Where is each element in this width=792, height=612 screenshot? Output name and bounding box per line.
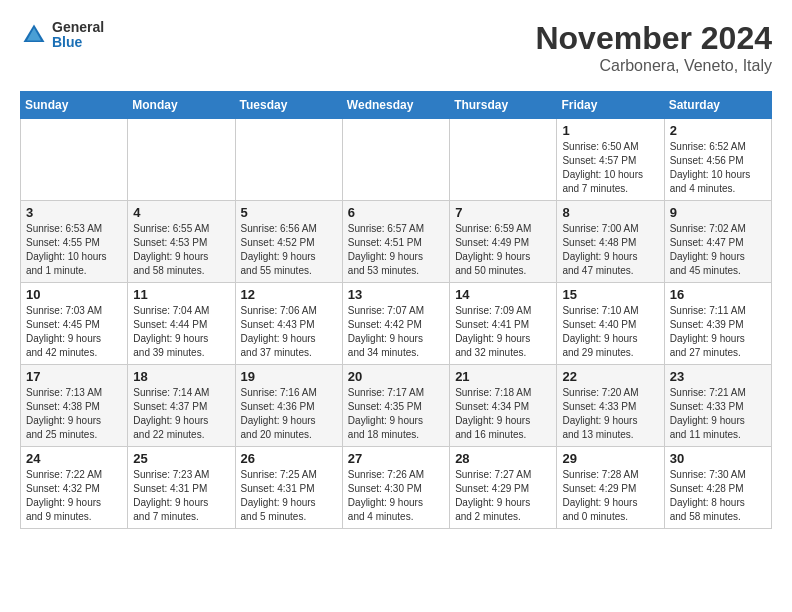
day-info: Sunrise: 7:23 AM Sunset: 4:31 PM Dayligh…	[133, 468, 229, 524]
day-info: Sunrise: 7:17 AM Sunset: 4:35 PM Dayligh…	[348, 386, 444, 442]
day-number: 30	[670, 451, 766, 466]
day-number: 29	[562, 451, 658, 466]
location-subtitle: Carbonera, Veneto, Italy	[535, 57, 772, 75]
day-info: Sunrise: 7:00 AM Sunset: 4:48 PM Dayligh…	[562, 222, 658, 278]
day-number: 20	[348, 369, 444, 384]
logo-text: General Blue	[52, 20, 104, 51]
calendar-cell: 13Sunrise: 7:07 AM Sunset: 4:42 PM Dayli…	[342, 283, 449, 365]
day-info: Sunrise: 6:50 AM Sunset: 4:57 PM Dayligh…	[562, 140, 658, 196]
day-info: Sunrise: 6:53 AM Sunset: 4:55 PM Dayligh…	[26, 222, 122, 278]
weekday-header-thursday: Thursday	[450, 92, 557, 119]
day-info: Sunrise: 7:26 AM Sunset: 4:30 PM Dayligh…	[348, 468, 444, 524]
day-number: 22	[562, 369, 658, 384]
calendar-cell: 3Sunrise: 6:53 AM Sunset: 4:55 PM Daylig…	[21, 201, 128, 283]
calendar-cell: 19Sunrise: 7:16 AM Sunset: 4:36 PM Dayli…	[235, 365, 342, 447]
day-number: 24	[26, 451, 122, 466]
calendar-cell	[21, 119, 128, 201]
day-info: Sunrise: 7:04 AM Sunset: 4:44 PM Dayligh…	[133, 304, 229, 360]
day-info: Sunrise: 7:20 AM Sunset: 4:33 PM Dayligh…	[562, 386, 658, 442]
calendar-cell: 11Sunrise: 7:04 AM Sunset: 4:44 PM Dayli…	[128, 283, 235, 365]
calendar-cell	[235, 119, 342, 201]
calendar-cell: 17Sunrise: 7:13 AM Sunset: 4:38 PM Dayli…	[21, 365, 128, 447]
day-info: Sunrise: 7:27 AM Sunset: 4:29 PM Dayligh…	[455, 468, 551, 524]
calendar-cell: 27Sunrise: 7:26 AM Sunset: 4:30 PM Dayli…	[342, 447, 449, 529]
day-number: 16	[670, 287, 766, 302]
day-info: Sunrise: 7:03 AM Sunset: 4:45 PM Dayligh…	[26, 304, 122, 360]
day-info: Sunrise: 7:06 AM Sunset: 4:43 PM Dayligh…	[241, 304, 337, 360]
calendar-cell: 12Sunrise: 7:06 AM Sunset: 4:43 PM Dayli…	[235, 283, 342, 365]
calendar-cell: 18Sunrise: 7:14 AM Sunset: 4:37 PM Dayli…	[128, 365, 235, 447]
day-info: Sunrise: 7:11 AM Sunset: 4:39 PM Dayligh…	[670, 304, 766, 360]
day-info: Sunrise: 6:52 AM Sunset: 4:56 PM Dayligh…	[670, 140, 766, 196]
day-info: Sunrise: 6:57 AM Sunset: 4:51 PM Dayligh…	[348, 222, 444, 278]
day-number: 2	[670, 123, 766, 138]
calendar-cell	[450, 119, 557, 201]
day-info: Sunrise: 7:14 AM Sunset: 4:37 PM Dayligh…	[133, 386, 229, 442]
calendar-cell: 10Sunrise: 7:03 AM Sunset: 4:45 PM Dayli…	[21, 283, 128, 365]
day-number: 5	[241, 205, 337, 220]
calendar-week-row: 10Sunrise: 7:03 AM Sunset: 4:45 PM Dayli…	[21, 283, 772, 365]
day-info: Sunrise: 7:28 AM Sunset: 4:29 PM Dayligh…	[562, 468, 658, 524]
calendar-cell: 15Sunrise: 7:10 AM Sunset: 4:40 PM Dayli…	[557, 283, 664, 365]
calendar-week-row: 1Sunrise: 6:50 AM Sunset: 4:57 PM Daylig…	[21, 119, 772, 201]
day-info: Sunrise: 7:09 AM Sunset: 4:41 PM Dayligh…	[455, 304, 551, 360]
day-number: 4	[133, 205, 229, 220]
day-number: 27	[348, 451, 444, 466]
day-number: 11	[133, 287, 229, 302]
day-info: Sunrise: 6:56 AM Sunset: 4:52 PM Dayligh…	[241, 222, 337, 278]
day-number: 12	[241, 287, 337, 302]
calendar-cell: 26Sunrise: 7:25 AM Sunset: 4:31 PM Dayli…	[235, 447, 342, 529]
day-number: 15	[562, 287, 658, 302]
day-info: Sunrise: 6:59 AM Sunset: 4:49 PM Dayligh…	[455, 222, 551, 278]
calendar-cell: 23Sunrise: 7:21 AM Sunset: 4:33 PM Dayli…	[664, 365, 771, 447]
day-number: 8	[562, 205, 658, 220]
calendar-cell: 30Sunrise: 7:30 AM Sunset: 4:28 PM Dayli…	[664, 447, 771, 529]
weekday-header-saturday: Saturday	[664, 92, 771, 119]
day-number: 28	[455, 451, 551, 466]
day-info: Sunrise: 7:13 AM Sunset: 4:38 PM Dayligh…	[26, 386, 122, 442]
calendar-cell: 5Sunrise: 6:56 AM Sunset: 4:52 PM Daylig…	[235, 201, 342, 283]
calendar-cell: 28Sunrise: 7:27 AM Sunset: 4:29 PM Dayli…	[450, 447, 557, 529]
day-info: Sunrise: 7:10 AM Sunset: 4:40 PM Dayligh…	[562, 304, 658, 360]
weekday-header-tuesday: Tuesday	[235, 92, 342, 119]
day-number: 21	[455, 369, 551, 384]
logo-general-text: General	[52, 20, 104, 35]
calendar-table: SundayMondayTuesdayWednesdayThursdayFrid…	[20, 91, 772, 529]
calendar-cell: 1Sunrise: 6:50 AM Sunset: 4:57 PM Daylig…	[557, 119, 664, 201]
calendar-cell: 14Sunrise: 7:09 AM Sunset: 4:41 PM Dayli…	[450, 283, 557, 365]
day-number: 3	[26, 205, 122, 220]
day-info: Sunrise: 7:02 AM Sunset: 4:47 PM Dayligh…	[670, 222, 766, 278]
logo: General Blue	[20, 20, 104, 51]
logo-blue-text: Blue	[52, 35, 104, 50]
calendar-cell: 8Sunrise: 7:00 AM Sunset: 4:48 PM Daylig…	[557, 201, 664, 283]
title-area: November 2024 Carbonera, Veneto, Italy	[535, 20, 772, 75]
day-number: 9	[670, 205, 766, 220]
day-number: 10	[26, 287, 122, 302]
calendar-cell: 16Sunrise: 7:11 AM Sunset: 4:39 PM Dayli…	[664, 283, 771, 365]
day-number: 25	[133, 451, 229, 466]
calendar-cell: 21Sunrise: 7:18 AM Sunset: 4:34 PM Dayli…	[450, 365, 557, 447]
calendar-cell: 22Sunrise: 7:20 AM Sunset: 4:33 PM Dayli…	[557, 365, 664, 447]
day-number: 26	[241, 451, 337, 466]
weekday-header-sunday: Sunday	[21, 92, 128, 119]
calendar-cell: 24Sunrise: 7:22 AM Sunset: 4:32 PM Dayli…	[21, 447, 128, 529]
day-number: 14	[455, 287, 551, 302]
calendar-cell: 20Sunrise: 7:17 AM Sunset: 4:35 PM Dayli…	[342, 365, 449, 447]
day-number: 13	[348, 287, 444, 302]
weekday-header-wednesday: Wednesday	[342, 92, 449, 119]
day-info: Sunrise: 7:16 AM Sunset: 4:36 PM Dayligh…	[241, 386, 337, 442]
weekday-header-row: SundayMondayTuesdayWednesdayThursdayFrid…	[21, 92, 772, 119]
calendar-cell: 7Sunrise: 6:59 AM Sunset: 4:49 PM Daylig…	[450, 201, 557, 283]
day-info: Sunrise: 7:07 AM Sunset: 4:42 PM Dayligh…	[348, 304, 444, 360]
day-info: Sunrise: 6:55 AM Sunset: 4:53 PM Dayligh…	[133, 222, 229, 278]
calendar-cell: 9Sunrise: 7:02 AM Sunset: 4:47 PM Daylig…	[664, 201, 771, 283]
calendar-cell: 25Sunrise: 7:23 AM Sunset: 4:31 PM Dayli…	[128, 447, 235, 529]
day-info: Sunrise: 7:30 AM Sunset: 4:28 PM Dayligh…	[670, 468, 766, 524]
calendar-cell: 6Sunrise: 6:57 AM Sunset: 4:51 PM Daylig…	[342, 201, 449, 283]
calendar-cell: 2Sunrise: 6:52 AM Sunset: 4:56 PM Daylig…	[664, 119, 771, 201]
calendar-cell	[342, 119, 449, 201]
day-number: 7	[455, 205, 551, 220]
calendar-week-row: 17Sunrise: 7:13 AM Sunset: 4:38 PM Dayli…	[21, 365, 772, 447]
day-info: Sunrise: 7:22 AM Sunset: 4:32 PM Dayligh…	[26, 468, 122, 524]
header: General Blue November 2024 Carbonera, Ve…	[20, 20, 772, 75]
